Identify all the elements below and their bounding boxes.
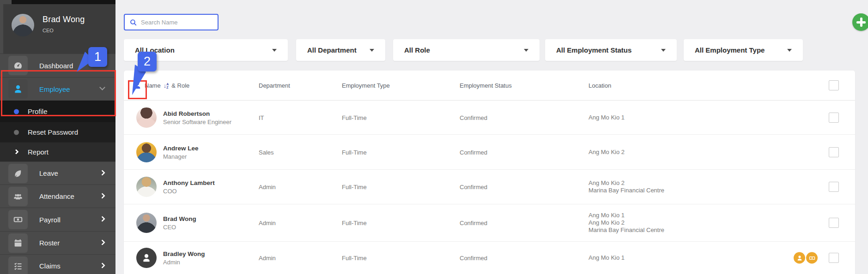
sidebar-item-roster[interactable]: Roster [0,231,115,254]
calendar-icon [8,233,28,253]
cell-location: Ang Mo Kio 1 Ang Mo Kio 2 Marina Bay Fin… [589,212,664,234]
filter-label: All Role [404,46,430,54]
filter-all-employment-type[interactable]: All Employment Type [684,39,803,61]
row-checkbox[interactable] [829,253,839,263]
sidebar-item-label: Roster [39,239,60,247]
sidebar-item-label: Claims [39,262,61,270]
add-employee-button[interactable] [852,13,868,31]
sidebar-item-label: Attendance [39,192,74,200]
row-checkbox[interactable] [829,147,839,157]
avatar [12,14,34,36]
sidebar-item-label: Leave [39,169,58,177]
filter-label: All Department [307,46,357,54]
sidebar-item-claims[interactable]: Claims [0,254,115,274]
search-input[interactable] [141,19,213,26]
dropdown-caret-icon [524,49,528,52]
employee-table: Name ↓ AZ & Role Department Employment T… [124,71,855,274]
cell-employment-type: Full-Time [342,220,367,226]
row-checkbox[interactable] [829,113,839,123]
table-row[interactable]: Brad Wong CEO Admin Full-Time Confirmed … [124,204,855,242]
cell-location: Ang Mo Kio 2 [589,149,625,156]
sidebar-item-payroll[interactable]: Payroll [0,208,115,231]
table-header-row: Name ↓ AZ & Role Department Employment T… [124,71,855,101]
annotation-badge-2: 2 [138,52,157,71]
column-header-employment-status: Employment Status [460,82,512,89]
dropdown-caret-icon [787,49,792,52]
search-box[interactable] [124,14,219,30]
table-row[interactable]: Abid Robertson Senior Software Engineer … [124,101,855,135]
dropdown-caret-icon [272,49,277,52]
sidebar-item-label: Dashboard [39,62,73,70]
sidebar-item-reset-password[interactable]: Reset Password [0,122,115,142]
cell-employment-type: Full-Time [342,255,367,262]
filter-all-employment-status[interactable]: All Employment Status [545,39,677,61]
employee-name: Bradley Wong [163,250,205,257]
cell-location: Ang Mo Kio 1 [589,254,625,262]
avatar [136,213,157,233]
chevron-right-icon [13,149,18,154]
column-header-department: Department [259,82,290,89]
chevron-right-icon [99,193,105,199]
cell-department: Sales [259,149,274,155]
sidebar-top-strip [12,0,115,4]
cell-department: Admin [259,184,276,191]
sidebar: Brad Wong CEO Dashboard Employee Profile [0,0,115,274]
main-content: All Location All Department All Role All… [115,0,868,274]
filter-label: All Employment Type [695,46,765,54]
table-row[interactable]: Andrew Lee Manager Sales Full-Time Confi… [124,135,855,170]
row-checkbox[interactable] [829,182,839,192]
employee-role: CEO [163,224,196,231]
chevron-right-icon [99,216,105,222]
leaf-icon [8,164,28,183]
column-header-employment-type: Employment Type [342,82,390,89]
sidebar-item-attendance[interactable]: Attendance [0,185,115,208]
sort-alphabetical-icon[interactable]: ↓ AZ [164,82,169,89]
chevron-right-icon [99,239,105,245]
select-all-checkbox[interactable] [829,80,839,90]
payroll-badge-icon[interactable] [806,252,818,264]
sidebar-user-card: Brad Wong CEO [3,4,115,54]
cell-department: IT [259,114,264,121]
user-name: Brad Wong [42,15,85,24]
cell-employment-status: Confirmed [460,184,487,191]
money-bill-icon [8,210,28,229]
employee-name: Andrew Lee [163,144,199,151]
avatar [136,107,157,128]
employee-name: Anthony Lambert [163,179,215,186]
annotation-red-box-employee [1,70,116,116]
cell-employment-type: Full-Time [342,149,367,155]
cell-employment-type: Full-Time [342,184,367,191]
dropdown-caret-icon [661,49,666,52]
cell-department: Admin [259,220,276,226]
people-group-icon [8,187,28,206]
table-row[interactable]: Anthony Lambert COO Admin Full-Time Conf… [124,170,855,204]
cell-employment-status: Confirmed [460,220,487,226]
sidebar-item-leave[interactable]: Leave [0,161,115,185]
sidebar-item-label: Reset Password [28,128,78,136]
employee-list-page: Brad Wong CEO Dashboard Employee Profile [0,0,868,274]
user-role: CEO [42,28,54,33]
avatar [136,142,157,162]
checklist-icon [8,256,28,274]
bullet-icon [14,130,19,135]
sidebar-item-report[interactable]: Report [0,142,115,161]
cell-employment-status: Confirmed [460,255,487,262]
dropdown-caret-icon [370,49,374,52]
row-badges [794,252,818,264]
row-checkbox[interactable] [829,218,839,228]
default-avatar [136,248,157,268]
user-badge-icon[interactable] [794,252,805,264]
cell-employment-status: Confirmed [460,149,487,155]
sidebar-item-label: Payroll [39,216,61,224]
cell-department: Admin [259,255,276,262]
filter-label: All Employment Status [556,46,631,54]
filter-all-department[interactable]: All Department [296,39,385,61]
filter-all-role[interactable]: All Role [393,39,540,61]
person-icon [141,253,152,263]
table-row[interactable]: Bradley Wong Admin Admin Full-Time Confi… [124,242,855,274]
cell-location: Ang Mo Kio 1 [589,114,625,121]
column-header-location: Location [589,82,611,89]
avatar [136,177,157,197]
search-icon [129,18,137,26]
cell-employment-type: Full-Time [342,114,367,121]
